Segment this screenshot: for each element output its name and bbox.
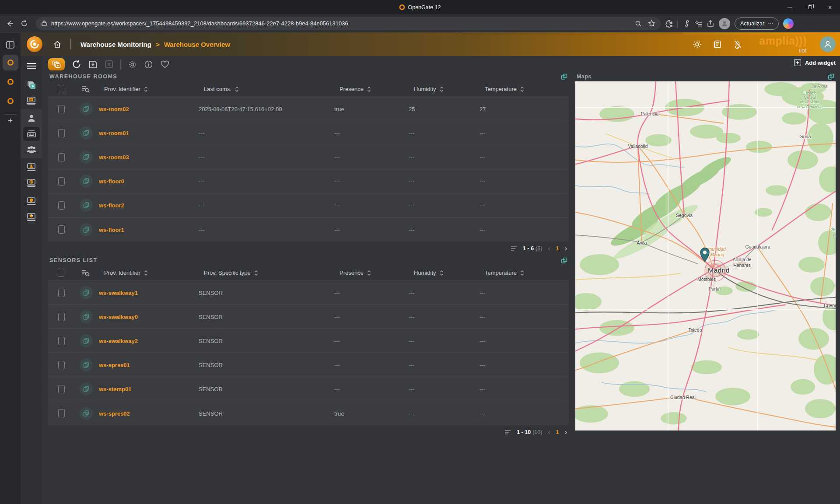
row-identifier-link[interactable]: ws-room03: [99, 154, 129, 161]
column-header-humidity[interactable]: Humidity: [408, 270, 479, 276]
sort-icon[interactable]: [144, 270, 148, 276]
home-button[interactable]: [53, 40, 62, 49]
row-checkbox[interactable]: [58, 225, 65, 234]
dashboard-view-button[interactable]: [48, 58, 65, 70]
row-identifier-link[interactable]: ws-floor2: [99, 202, 124, 209]
new-tab-button[interactable]: +: [8, 116, 13, 126]
row-checkbox[interactable]: [58, 361, 65, 369]
table-row[interactable]: ws-stemp01 SENSOR --- --- ---: [48, 377, 569, 401]
entity-pages-icon[interactable]: [80, 358, 93, 371]
filter-search-icon[interactable]: [82, 270, 90, 276]
sort-icon[interactable]: [440, 270, 444, 276]
release-notes-icon[interactable]: [713, 40, 722, 49]
more-options-icon[interactable]: ⋯: [768, 20, 774, 27]
opengate-logo-icon[interactable]: [27, 36, 42, 52]
row-checkbox[interactable]: [58, 105, 65, 113]
actualizar-button[interactable]: Actualizar ⋯: [735, 18, 779, 30]
row-checkbox[interactable]: [58, 153, 65, 161]
dashboard-settings-button[interactable]: [128, 60, 137, 69]
browser-profile-avatar[interactable]: [719, 18, 730, 29]
column-header-temperature[interactable]: Temperature: [479, 270, 569, 276]
entity-pages-icon[interactable]: [80, 382, 93, 396]
sort-icon[interactable]: [144, 86, 148, 92]
add-widget-button[interactable]: + Add widget: [794, 59, 836, 66]
save-dashboard-button[interactable]: [88, 60, 98, 69]
duplicate-widget-button[interactable]: [561, 257, 567, 264]
map-pin-icon[interactable]: [699, 247, 710, 262]
next-page-button[interactable]: ›: [565, 245, 567, 252]
rows-per-page-icon[interactable]: [504, 430, 511, 435]
column-header-prov-identifier[interactable]: Prov. Identifier: [98, 86, 198, 92]
current-page[interactable]: 1: [556, 245, 559, 252]
restore-button[interactable]: [800, 0, 820, 14]
entity-pages-icon[interactable]: [80, 175, 93, 188]
duplicate-widget-button[interactable]: [561, 74, 567, 80]
share-icon[interactable]: [707, 20, 714, 28]
row-identifier-link[interactable]: ws-room01: [99, 130, 129, 136]
user-avatar[interactable]: [820, 36, 836, 52]
theme-brightness-icon[interactable]: [693, 40, 702, 49]
table-row[interactable]: ws-spres02 SENSOR true --- ---: [48, 401, 569, 425]
sidebar-item-devices[interactable]: [21, 93, 42, 108]
sort-icon[interactable]: [367, 270, 371, 276]
entity-pages-icon[interactable]: [80, 223, 93, 236]
minimize-button[interactable]: [780, 0, 800, 14]
browser-tab[interactable]: [3, 74, 18, 90]
menu-toggle-button[interactable]: [21, 60, 42, 73]
sort-icon[interactable]: [254, 270, 258, 276]
row-checkbox[interactable]: [58, 201, 65, 210]
sidebar-item-asset-manager[interactable]: [21, 126, 42, 142]
row-identifier-link[interactable]: ws-floor1: [99, 227, 124, 233]
sort-icon[interactable]: [367, 86, 371, 92]
filter-search-icon[interactable]: [82, 86, 90, 93]
sort-icon[interactable]: [520, 86, 524, 92]
entity-pages-icon[interactable]: [80, 310, 93, 323]
table-row[interactable]: ws-swalkway1 SENSOR --- --- ---: [48, 281, 569, 305]
table-row[interactable]: ws-room02 2025-08-06T20:47:15.616+02:00 …: [48, 97, 569, 121]
map-canvas[interactable]: PalenciaEspacioNaturalde la Sierrade la …: [575, 81, 836, 430]
tab-actions-button[interactable]: [3, 38, 18, 51]
column-header-humidity[interactable]: Humidity: [408, 86, 479, 92]
row-identifier-link[interactable]: ws-spres01: [99, 362, 130, 368]
browser-tab-active[interactable]: [3, 55, 18, 70]
table-row[interactable]: ws-spres01 SENSOR --- --- ---: [48, 353, 569, 377]
extensions-icon[interactable]: [665, 20, 673, 28]
column-header-presence[interactable]: Presence: [333, 270, 408, 276]
select-all-checkbox[interactable]: [58, 85, 64, 93]
sort-icon[interactable]: [520, 270, 524, 276]
table-row[interactable]: ws-floor1 --- --- --- ---: [48, 217, 569, 242]
row-checkbox[interactable]: [58, 409, 65, 417]
url-text[interactable]: https://www.opengate.es/workspaces/_1754…: [51, 20, 631, 27]
column-header-prov-identifier[interactable]: Prov. Identifier: [98, 270, 198, 276]
browser-essentials-icon[interactable]: [682, 20, 690, 28]
entity-pages-icon[interactable]: [80, 102, 93, 116]
column-header-presence[interactable]: Presence: [333, 86, 408, 92]
breadcrumb-parent[interactable]: Warehouse Monitoring: [80, 41, 151, 48]
current-page[interactable]: 1: [556, 429, 559, 435]
refresh-dashboard-button[interactable]: [72, 60, 81, 69]
row-identifier-link[interactable]: ws-swalkway2: [99, 338, 138, 344]
select-all-checkbox[interactable]: [58, 269, 64, 277]
entity-pages-icon[interactable]: [80, 150, 93, 164]
column-header-prov-specific-type[interactable]: Prov. Specific type: [198, 270, 333, 276]
prev-page-button[interactable]: ‹: [548, 428, 550, 436]
search-icon[interactable]: [635, 20, 642, 27]
table-row[interactable]: ws-floor0 --- --- --- ---: [48, 169, 569, 193]
sidebar-item-groups[interactable]: [21, 142, 42, 158]
sidebar-item-provision-security[interactable]: [21, 193, 42, 209]
entity-pages-icon[interactable]: [80, 199, 93, 212]
column-header-last-coms-[interactable]: Last coms.: [198, 86, 333, 92]
prev-page-button[interactable]: ‹: [548, 245, 550, 252]
collections-icon[interactable]: [694, 20, 702, 28]
copilot-icon[interactable]: [783, 18, 794, 29]
entity-pages-icon[interactable]: [80, 126, 93, 140]
favorite-dashboard-button[interactable]: [160, 60, 170, 69]
close-button[interactable]: ×: [820, 0, 840, 14]
row-checkbox[interactable]: [58, 337, 65, 345]
row-checkbox[interactable]: [58, 129, 65, 137]
back-button[interactable]: [5, 19, 15, 28]
row-identifier-link[interactable]: ws-stemp01: [99, 386, 131, 392]
table-row[interactable]: ws-swalkway0 SENSOR --- --- ---: [48, 305, 569, 329]
column-header-temperature[interactable]: Temperature: [479, 86, 569, 92]
reload-button[interactable]: [19, 19, 29, 28]
